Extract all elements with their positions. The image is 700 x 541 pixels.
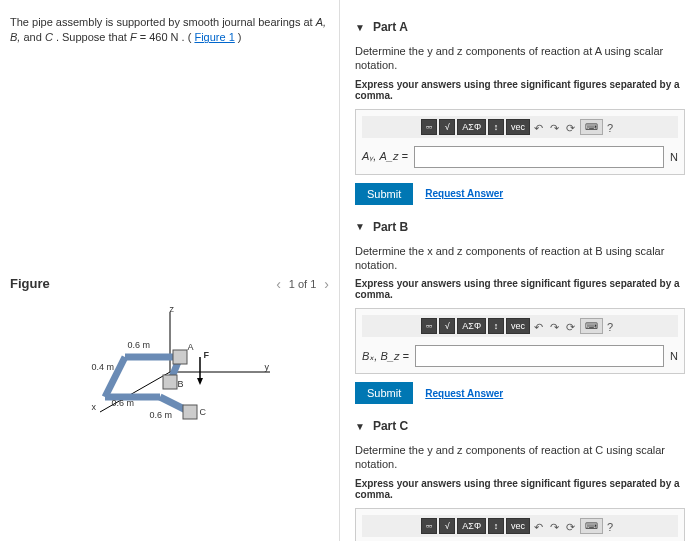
templates-icon[interactable]: ▫▫ (421, 318, 437, 334)
keyboard-icon[interactable]: ⌨ (580, 518, 603, 534)
help-icon[interactable]: ? (605, 519, 619, 533)
part-a-submit-row: Submit Request Answer (355, 183, 685, 205)
greek-icon[interactable]: ΑΣΦ (457, 119, 486, 135)
part-b-prompt: Determine the x and z components of reac… (355, 244, 685, 273)
part-b-input[interactable] (415, 345, 664, 367)
part-b-unit: N (670, 350, 678, 362)
greek-icon[interactable]: ΑΣΦ (457, 518, 486, 534)
equation-toolbar: ▫▫ √ ΑΣΦ ↕ vec ↶ ↷ ⟳ ⌨ ? (362, 315, 678, 337)
sqrt-icon[interactable]: √ (439, 119, 455, 135)
figure-image: z y x A B C F 0.6 m 0.4 m 0.6 m 0.6 m (70, 302, 270, 422)
vec-icon[interactable]: vec (506, 518, 530, 534)
figure-header: Figure ‹ 1 of 1 › (10, 276, 329, 292)
svg-marker-12 (197, 378, 203, 385)
part-a-instruction: Express your answers using three signifi… (355, 79, 685, 101)
text: and (23, 31, 44, 43)
part-a-prompt: Determine the y and z components of reac… (355, 44, 685, 73)
label-A: A (188, 342, 194, 352)
text: = 460 N . ( (140, 31, 192, 43)
subsup-icon[interactable]: ↕ (488, 318, 504, 334)
reset-icon[interactable]: ⟳ (564, 120, 578, 134)
templates-icon[interactable]: ▫▫ (421, 119, 437, 135)
caret-down-icon: ▼ (355, 22, 365, 33)
request-answer-link[interactable]: Request Answer (425, 188, 503, 199)
vec-icon[interactable]: vec (506, 119, 530, 135)
axis-y-label: y (265, 362, 270, 372)
part-a-body: Determine the y and z components of reac… (355, 44, 685, 205)
undo-icon[interactable]: ↶ (532, 120, 546, 134)
undo-icon[interactable]: ↶ (532, 319, 546, 333)
svg-rect-8 (173, 350, 187, 364)
reset-icon[interactable]: ⟳ (564, 519, 578, 533)
equation-toolbar: ▫▫ √ ΑΣΦ ↕ vec ↶ ↷ ⟳ ⌨ ? (362, 116, 678, 138)
subsup-icon[interactable]: ↕ (488, 518, 504, 534)
part-b-input-row: Bₓ, B_z = N (362, 345, 678, 367)
undo-icon[interactable]: ↶ (532, 519, 546, 533)
dim-2: 0.4 m (92, 362, 115, 372)
part-b-submit-row: Submit Request Answer (355, 382, 685, 404)
part-a-answer-box: ▫▫ √ ΑΣΦ ↕ vec ↶ ↷ ⟳ ⌨ ? Aᵧ, A_z = N (355, 109, 685, 175)
part-b-var-label: Bₓ, B_z = (362, 350, 409, 363)
right-panel: ▼ Part A Determine the y and z component… (340, 0, 700, 541)
part-b-answer-box: ▫▫ √ ΑΣΦ ↕ vec ↶ ↷ ⟳ ⌨ ? Bₓ, B_z = N (355, 308, 685, 374)
keyboard-icon[interactable]: ⌨ (580, 119, 603, 135)
request-answer-link[interactable]: Request Answer (425, 388, 503, 399)
part-a-unit: N (670, 151, 678, 163)
submit-button[interactable]: Submit (355, 183, 413, 205)
dim-4: 0.6 m (150, 410, 173, 420)
label-F: F (204, 350, 210, 360)
greek-icon[interactable]: ΑΣΦ (457, 318, 486, 334)
text: . Suppose that (56, 31, 130, 43)
part-a-input[interactable] (414, 146, 664, 168)
vec-icon[interactable]: vec (506, 318, 530, 334)
axis-z-label: z (170, 304, 175, 314)
force-var: F (130, 31, 137, 43)
part-c-body: Determine the y and z components of reac… (355, 443, 685, 541)
caret-down-icon: ▼ (355, 221, 365, 232)
redo-icon[interactable]: ↷ (548, 519, 562, 533)
sqrt-icon[interactable]: √ (439, 518, 455, 534)
templates-icon[interactable]: ▫▫ (421, 518, 437, 534)
text: ) (238, 31, 242, 43)
redo-icon[interactable]: ↷ (548, 319, 562, 333)
svg-rect-10 (183, 405, 197, 419)
label-B: B (178, 379, 184, 389)
part-c-title: Part C (373, 419, 408, 433)
svg-rect-9 (163, 375, 177, 389)
part-b-title: Part B (373, 220, 408, 234)
help-icon[interactable]: ? (605, 120, 619, 134)
dim-1: 0.6 m (128, 340, 151, 350)
figure-nav: ‹ 1 of 1 › (276, 276, 329, 292)
point-c: C (45, 31, 53, 43)
figure-count: 1 of 1 (289, 278, 317, 290)
dim-3: 0.6 m (112, 398, 135, 408)
part-c-prompt: Determine the y and z components of reac… (355, 443, 685, 472)
part-a-var-label: Aᵧ, A_z = (362, 150, 408, 163)
part-b-header[interactable]: ▼ Part B (355, 220, 685, 234)
part-b-instruction: Express your answers using three signifi… (355, 278, 685, 300)
part-c-header[interactable]: ▼ Part C (355, 419, 685, 433)
sqrt-icon[interactable]: √ (439, 318, 455, 334)
part-a-title: Part A (373, 20, 408, 34)
part-a-input-row: Aᵧ, A_z = N (362, 146, 678, 168)
figure-title: Figure (10, 276, 50, 291)
problem-statement: The pipe assembly is supported by smooth… (10, 15, 329, 46)
part-c-instruction: Express your answers using three signifi… (355, 478, 685, 500)
reset-icon[interactable]: ⟳ (564, 319, 578, 333)
subsup-icon[interactable]: ↕ (488, 119, 504, 135)
caret-down-icon: ▼ (355, 421, 365, 432)
submit-button[interactable]: Submit (355, 382, 413, 404)
part-a-header[interactable]: ▼ Part A (355, 20, 685, 34)
text: The pipe assembly is supported by smooth… (10, 16, 316, 28)
redo-icon[interactable]: ↷ (548, 120, 562, 134)
figure-section: Figure ‹ 1 of 1 › (10, 276, 329, 422)
part-b-body: Determine the x and z components of reac… (355, 244, 685, 405)
equation-toolbar: ▫▫ √ ΑΣΦ ↕ vec ↶ ↷ ⟳ ⌨ ? (362, 515, 678, 537)
next-icon[interactable]: › (324, 276, 329, 292)
figure-link[interactable]: Figure 1 (194, 31, 234, 43)
keyboard-icon[interactable]: ⌨ (580, 318, 603, 334)
help-icon[interactable]: ? (605, 319, 619, 333)
prev-icon[interactable]: ‹ (276, 276, 281, 292)
axis-x-label: x (92, 402, 97, 412)
label-C: C (200, 407, 207, 417)
